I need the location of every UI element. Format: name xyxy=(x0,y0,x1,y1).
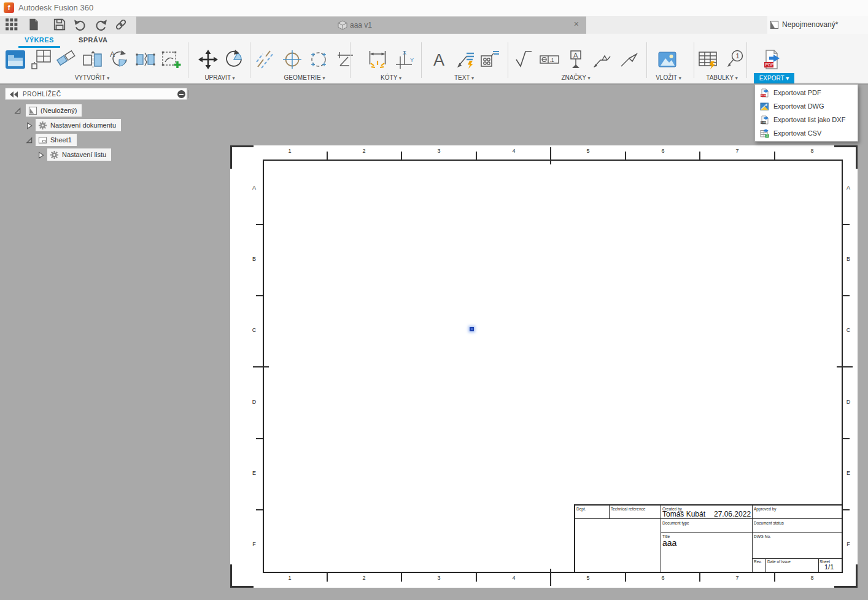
ordinate-dimension-icon[interactable]: XY xyxy=(395,48,416,71)
sheet-icon xyxy=(38,136,47,145)
feature-control-frame-icon[interactable]: .1 xyxy=(539,48,560,71)
zone-label: 6 xyxy=(657,148,669,154)
menu-item-export-csv[interactable]: X Exportovat CSV xyxy=(755,126,858,140)
group-upravit[interactable]: UPRAVIT ▾ xyxy=(190,74,249,82)
break-view-icon[interactable] xyxy=(135,48,156,71)
quick-access-bar: ▾ aaa v1 × Nepojmenovaný* xyxy=(0,16,868,34)
dropdown-caret-icon: ▾ xyxy=(322,75,325,81)
move-icon[interactable] xyxy=(198,48,219,71)
balloon-icon[interactable]: 1 xyxy=(724,48,745,71)
minus-circle-icon[interactable] xyxy=(177,90,185,98)
new-sketch-icon[interactable] xyxy=(161,48,182,71)
undo-icon[interactable] xyxy=(74,18,87,31)
active-tab-indicator xyxy=(18,46,60,48)
export-pdf-menu-icon: PDF xyxy=(760,88,769,98)
centerline-icon[interactable] xyxy=(255,48,276,71)
export-dwg-menu-icon xyxy=(760,102,769,111)
center-mark-icon[interactable] xyxy=(282,48,303,71)
zone-label: 7 xyxy=(731,148,743,154)
leader-text-icon[interactable] xyxy=(454,48,475,71)
zone-label: 3 xyxy=(433,575,445,581)
tree-row-document: (Neuložený) xyxy=(0,104,190,117)
group-tabulky[interactable]: TABULKY ▾ xyxy=(694,74,750,82)
tree-item-document[interactable]: (Neuložený) xyxy=(26,104,82,117)
edge-symbol-icon[interactable] xyxy=(618,48,638,71)
group-separator xyxy=(421,42,422,78)
gear-icon xyxy=(38,121,47,130)
hole-note-icon[interactable] xyxy=(479,48,500,71)
redo-icon[interactable] xyxy=(94,18,107,31)
collapsed-node-icon[interactable] xyxy=(25,121,33,129)
document-tab[interactable]: aaa v1 × xyxy=(136,17,586,34)
dropdown-caret-icon: ▾ xyxy=(107,75,109,81)
group-znacky[interactable]: ZNAČKY ▾ xyxy=(545,74,606,82)
file-menu-icon[interactable] xyxy=(27,18,41,31)
drawing-sheet: 1 2 3 4 5 6 7 8 1 2 3 4 5 6 7 8 A B C D … xyxy=(230,145,858,588)
zone-label: 2 xyxy=(358,575,370,581)
collapse-panel-icon[interactable] xyxy=(10,91,18,98)
group-geometrie[interactable]: GEOMETRIE ▾ xyxy=(268,74,341,82)
zone-label: A xyxy=(844,185,853,191)
group-text[interactable]: TEXT ▾ xyxy=(440,74,489,82)
tab-close-icon[interactable]: × xyxy=(574,19,579,29)
browser-panel-header[interactable]: PROHLÍŽEČ xyxy=(5,88,187,100)
expanded-node-icon[interactable] xyxy=(14,107,21,115)
text-icon[interactable]: A xyxy=(430,48,451,71)
base-view-icon[interactable] xyxy=(5,48,26,71)
zone-label: A xyxy=(250,185,258,191)
zone-label: 1 xyxy=(284,148,296,154)
drawing-tab-label: Nepojmenovaný* xyxy=(782,20,838,29)
dimension-icon[interactable] xyxy=(367,48,388,71)
sheet-origin-point[interactable] xyxy=(470,327,474,331)
group-export[interactable]: EXPORT ▾ xyxy=(754,73,794,83)
zone-label: 8 xyxy=(806,575,818,581)
save-icon[interactable] xyxy=(53,18,66,31)
group-vlozit[interactable]: VLOŽIT ▾ xyxy=(644,74,693,82)
center-pattern-icon[interactable] xyxy=(308,48,329,71)
surface-finish-icon[interactable] xyxy=(513,48,534,71)
tree-item-sheet1[interactable]: Sheet1 xyxy=(36,134,77,146)
insert-image-icon[interactable] xyxy=(657,48,678,71)
tab-sprava[interactable]: SPRÁVA xyxy=(79,36,107,44)
section-view-icon[interactable] xyxy=(82,48,103,71)
menu-item-export-pdf[interactable]: PDF Exportovat PDF xyxy=(755,86,858,99)
auxiliary-view-icon[interactable] xyxy=(56,48,77,71)
tb-sheet-value: 1/1 xyxy=(824,563,834,571)
dropdown-caret-icon: ▾ xyxy=(679,75,681,81)
share-link-icon[interactable] xyxy=(114,18,128,31)
svg-text:Y: Y xyxy=(410,57,414,63)
menu-item-export-dxf[interactable]: DXF Exportovat list jako DXF xyxy=(755,113,858,126)
datum-icon[interactable]: A xyxy=(565,48,586,71)
tb-title-value: aaa xyxy=(662,538,676,548)
export-csv-menu-icon: X xyxy=(760,129,769,138)
collapsed-node-icon[interactable] xyxy=(37,151,45,159)
dropdown-caret-icon: ▾ xyxy=(735,75,738,81)
zone-label: 4 xyxy=(508,148,520,154)
weld-symbol-icon[interactable] xyxy=(591,48,612,71)
svg-text:1: 1 xyxy=(736,52,740,60)
export-pdf-icon[interactable]: PDF xyxy=(761,48,782,71)
group-koty[interactable]: KÓTY ▾ xyxy=(366,74,416,82)
drawing-tab-active[interactable]: Nepojmenovaný* xyxy=(767,16,868,34)
expanded-node-icon[interactable] xyxy=(25,136,33,144)
tree-item-sheet-settings[interactable]: Nastavení listu xyxy=(47,148,111,161)
browser-title: PROHLÍŽEČ xyxy=(23,91,61,98)
fusion360-logo-icon: f xyxy=(4,2,14,13)
table-icon[interactable] xyxy=(697,48,718,71)
group-separator xyxy=(646,42,647,78)
projected-view-icon[interactable] xyxy=(31,48,52,71)
app-title: Autodesk Fusion 360 xyxy=(18,3,93,12)
detail-view-icon[interactable]: A xyxy=(108,48,129,71)
dropdown-caret-icon: ▾ xyxy=(233,75,235,81)
group-separator xyxy=(508,42,508,78)
tree-item-doc-settings[interactable]: Nastavení dokumentu xyxy=(36,119,121,131)
edge-extension-icon[interactable] xyxy=(334,48,355,71)
tab-vykres[interactable]: VÝKRES xyxy=(25,36,54,44)
app-grid-icon[interactable] xyxy=(5,18,18,31)
tb-created-date-value: 27.06.2022 xyxy=(714,510,751,518)
svg-text:.1: .1 xyxy=(550,57,554,63)
group-vytvorit[interactable]: VYTVOŘIT ▾ xyxy=(55,74,129,82)
rotate-icon[interactable] xyxy=(223,48,244,71)
menu-item-export-dwg[interactable]: Exportovat DWG xyxy=(755,99,858,113)
panel-drag-handle[interactable] xyxy=(188,90,189,98)
